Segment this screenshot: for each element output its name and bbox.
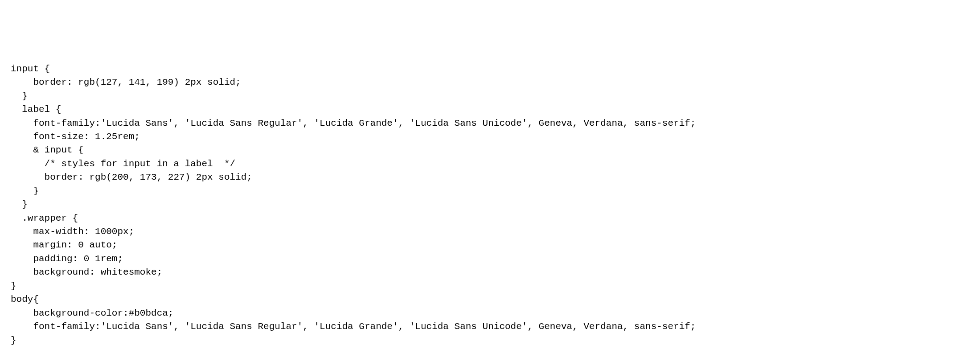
code-line: } xyxy=(11,198,969,211)
code-line: } xyxy=(11,90,969,103)
code-line: font-family:'Lucida Sans', 'Lucida Sans … xyxy=(11,320,969,333)
css-code-block: input {border: rgb(127, 141, 199) 2px so… xyxy=(11,62,969,347)
code-line: border: rgb(127, 141, 199) 2px solid; xyxy=(11,76,969,89)
code-line: font-size: 1.25rem; xyxy=(11,130,969,144)
code-line: background-color:#b0bdca; xyxy=(11,307,969,320)
code-line: padding: 0 1rem; xyxy=(11,252,969,266)
code-line: } xyxy=(11,280,969,293)
code-line: label { xyxy=(11,103,969,116)
code-line: & input { xyxy=(11,144,969,157)
code-line: border: rgb(200, 173, 227) 2px solid; xyxy=(11,171,969,184)
code-line: background: whitesmoke; xyxy=(11,266,969,279)
code-line: } xyxy=(11,334,969,347)
code-line: font-family:'Lucida Sans', 'Lucida Sans … xyxy=(11,117,969,130)
code-line: input { xyxy=(11,62,969,76)
code-line: /* styles for input in a label */ xyxy=(11,157,969,171)
code-line: } xyxy=(11,185,969,198)
code-line: .wrapper { xyxy=(11,212,969,225)
code-line: max-width: 1000px; xyxy=(11,225,969,239)
code-line: body{ xyxy=(11,293,969,306)
code-line: margin: 0 auto; xyxy=(11,239,969,252)
